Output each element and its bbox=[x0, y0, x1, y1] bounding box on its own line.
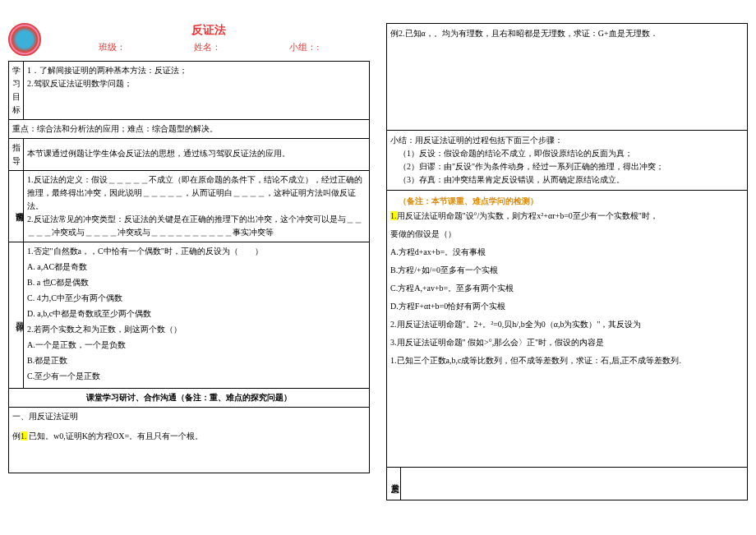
school-logo bbox=[8, 23, 41, 56]
p1-num: 1. bbox=[390, 211, 397, 220]
problem3: 3.用反证法证明命题" 假如>°,那么会〉正''时，假设的内容是 bbox=[390, 335, 744, 350]
q2-opt-a: A.一个是正数，一个是负数 bbox=[27, 339, 366, 352]
p1-opt-a: A.方程d+ax+b=。没有事根 bbox=[390, 245, 744, 260]
document-title: 反证法 bbox=[48, 23, 370, 38]
guide-text: 本节课通过例题让学生体会反证法的思想，通过练习驾驭反证法的应用。 bbox=[24, 139, 370, 171]
meta-line: 班级： 姓名： 小组：: bbox=[48, 41, 370, 53]
problem4: 1.已知三个正数a,b,c成等比数列，但不成等差数列，求证：石,后,正不成等差数… bbox=[390, 353, 744, 368]
summary-step2: （2）归谬：由"反设"作为条件动身，经过一系列正确的推理，得出冲突； bbox=[390, 160, 744, 173]
summary-lead: 小结：用反证法证明的过程包括下面三个步骤： bbox=[390, 134, 744, 147]
p1-opt-d: D.方程F+αt+b=0恰好有两个实根 bbox=[390, 299, 744, 314]
preview-text: 1.反证法的定义：假设＿＿＿＿＿不成立（即在原命题的条件下，结论不成立），经过正… bbox=[24, 171, 370, 242]
example2-box: 例2.已知α，。均为有理数，且右和昭都是无理数，求证：G+血是无理数． bbox=[386, 23, 748, 130]
q1-opt-d: D. a,b,c中都是奇数或至少两个偶数 bbox=[27, 307, 366, 321]
objective-text: 1．了解间接证明的两种基本方法：反证法； 2.驾驭反证法证明数学问题； bbox=[24, 62, 370, 120]
row-label-objective: 学习目标 bbox=[9, 62, 24, 120]
p1-opt-b: B.方程/+如/=0至多有一个实根 bbox=[390, 263, 744, 278]
reflection-cell bbox=[401, 468, 748, 500]
problem2: 2.用反证法证明命题"。2+。²=0,贝h/,b全为0（α,b为实数）"，其反设… bbox=[390, 317, 744, 332]
summary-step3: （3）存真：由冲突结果肯定反设错误，从而确定原结论成立。 bbox=[390, 173, 744, 187]
p1-opt-c: C.方程A,+av+b=。至多有两个实根 bbox=[390, 281, 744, 296]
keypoints-text: 重点：综合法和分析法的应用；难点：综合题型的解决。 bbox=[9, 120, 370, 139]
example1-line: 例1. 已知。w0,证明K的方程OX=。有且只有一个根。 bbox=[12, 430, 366, 443]
section1-title: 一、用反证法证明 bbox=[12, 410, 366, 423]
group-label: 小组：: bbox=[289, 41, 319, 53]
q1-opt-b: B. a 也C都是偶数 bbox=[27, 276, 366, 289]
discussion-cell: 一、用反证法证明 例1. 已知。w0,证明K的方程OX=。有且只有一个根。 bbox=[9, 408, 370, 473]
check-note: （备注：本节课重、难点学问的检测） bbox=[390, 194, 744, 209]
title-block: 反证法 班级： 姓名： 小组：: bbox=[48, 23, 370, 53]
q2-opt-c: C.至少有一个是正数 bbox=[27, 370, 366, 383]
reflection-row: 学后反思 bbox=[386, 468, 748, 500]
q1-opt-a: A. a,AC都是奇数 bbox=[27, 261, 366, 274]
row-label-guide: 指导 bbox=[9, 139, 24, 171]
row-label-preview: 课前预习 bbox=[9, 171, 24, 242]
row-label-exercises: 习题评 bbox=[9, 242, 24, 389]
q1-opt-c: C. 4力,C中至少有两个偶数 bbox=[27, 292, 366, 305]
ex1-number: 1. bbox=[21, 431, 27, 440]
example2-text: 例2.已知α，。均为有理数，且右和昭都是无理数，求证：G+血是无理数． bbox=[390, 29, 658, 38]
q1-stem: 1.否定"自然数a，，C中恰有一个偶数"时，正确的反设为（ ） bbox=[27, 247, 263, 256]
q2-opt-b: B.都是正数 bbox=[27, 354, 366, 367]
p1-text: 用反证法证明命题"设°/为实数，则方程x²+αr+b=0至少有一个实数根"时， bbox=[397, 211, 658, 220]
exercises-cell: 1.否定"自然数a，，C中恰有一个偶数"时，正确的反设为（ ） A. a,AC都… bbox=[24, 242, 370, 389]
p1-text2: 要做的假设是（） bbox=[390, 227, 744, 242]
check-box: （备注：本节课重、难点学问的检测） 1.用反证法证明命题"设°/为实数，则方程x… bbox=[386, 190, 748, 468]
discussion-heading: 课堂学习研讨、合作沟通（备注：重、难点的探究问题） bbox=[9, 389, 370, 408]
summary-step1: （1）反设：假设命题的结论不成立，即假设原结论的反面为真； bbox=[390, 147, 744, 160]
name-label: 姓名： bbox=[194, 41, 221, 53]
class-label: 班级： bbox=[99, 41, 126, 53]
summary-box: 小结：用反证法证明的过程包括下面三个步骤： （1）反设：假设命题的结论不成立，即… bbox=[386, 130, 748, 190]
ex1-prefix: 例 bbox=[12, 431, 21, 440]
q2-stem: 2.若两个实数之和为正数，则这两个数（） bbox=[27, 325, 182, 334]
ex1-text: 已知。w0,证明K的方程OX=。有且只有一个根。 bbox=[29, 431, 203, 440]
problem1-line: 1.用反证法证明命题"设°/为实数，则方程x²+αr+b=0至少有一个实数根"时… bbox=[390, 209, 744, 224]
reflection-label: 学后反思 bbox=[386, 468, 401, 500]
worksheet-table: 学习目标 1．了解间接证明的两种基本方法：反证法； 2.驾驭反证法证明数学问题；… bbox=[8, 61, 370, 473]
